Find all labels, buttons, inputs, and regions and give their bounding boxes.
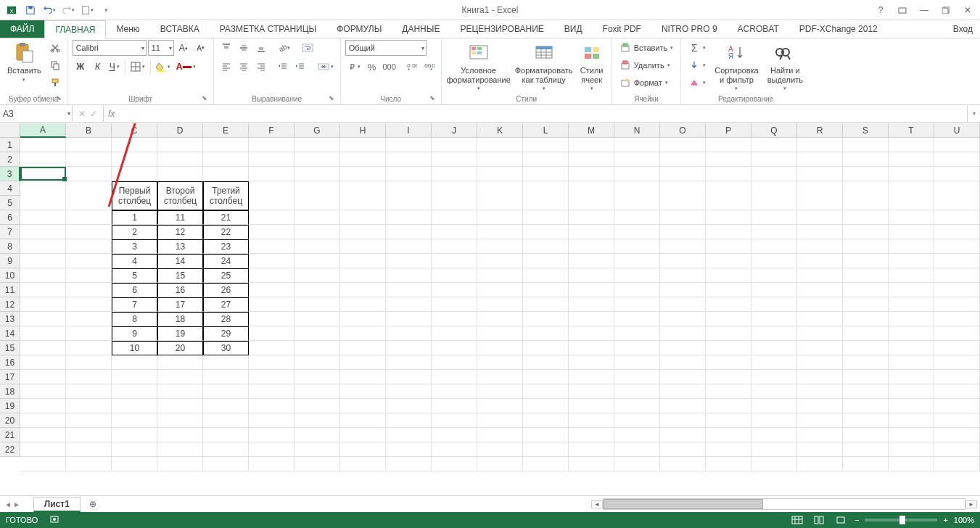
cell[interactable] bbox=[752, 181, 797, 210]
cell[interactable] bbox=[20, 399, 66, 413]
cell[interactable]: 16 bbox=[157, 283, 203, 297]
ribbon-tab-0[interactable]: ГЛАВНАЯ bbox=[44, 20, 106, 38]
cell[interactable] bbox=[386, 457, 432, 471]
col-header-L[interactable]: L bbox=[523, 123, 569, 138]
cell[interactable] bbox=[249, 312, 295, 326]
cell[interactable] bbox=[797, 138, 843, 152]
cell[interactable] bbox=[706, 428, 752, 442]
cell[interactable] bbox=[614, 428, 660, 442]
cell[interactable] bbox=[112, 355, 157, 370]
cell[interactable]: 12 bbox=[157, 225, 203, 239]
cell[interactable] bbox=[249, 268, 295, 283]
cell[interactable] bbox=[752, 413, 797, 428]
cell[interactable] bbox=[432, 413, 477, 428]
cell[interactable]: 13 bbox=[157, 239, 203, 254]
cell[interactable] bbox=[112, 384, 157, 399]
cell[interactable] bbox=[843, 457, 889, 471]
cell[interactable] bbox=[706, 283, 752, 297]
cell[interactable] bbox=[249, 442, 295, 457]
cell[interactable] bbox=[843, 384, 889, 399]
cell[interactable]: 9 bbox=[112, 326, 157, 341]
cell[interactable] bbox=[934, 341, 980, 355]
cell[interactable] bbox=[20, 341, 66, 355]
cell[interactable] bbox=[340, 297, 386, 312]
cell[interactable] bbox=[843, 138, 889, 152]
accounting-format-button[interactable]: ₽▾ bbox=[345, 59, 363, 75]
row-header-5[interactable]: 5 bbox=[0, 196, 20, 210]
merge-center-button[interactable]: ▾ bbox=[316, 59, 336, 75]
cell[interactable]: Третий столбец bbox=[203, 181, 249, 210]
cell[interactable] bbox=[706, 326, 752, 341]
cell[interactable] bbox=[295, 167, 340, 181]
add-sheet-button[interactable]: ⊕ bbox=[85, 496, 101, 512]
ribbon-tab-9[interactable]: NITRO PRO 9 bbox=[651, 20, 728, 38]
ribbon-tab-10[interactable]: ACROBAT bbox=[728, 20, 789, 38]
page-break-view-button[interactable] bbox=[833, 513, 849, 527]
row-header-22[interactable]: 22 bbox=[0, 442, 20, 457]
cell[interactable] bbox=[432, 384, 477, 399]
cell[interactable]: 30 bbox=[203, 341, 249, 355]
cell[interactable] bbox=[340, 225, 386, 239]
increase-font-button[interactable]: A▴ bbox=[176, 40, 192, 56]
cell[interactable] bbox=[660, 399, 706, 413]
cell[interactable] bbox=[112, 167, 157, 181]
cell[interactable] bbox=[112, 457, 157, 471]
column-headers[interactable]: ABCDEFGHIJKLMNOPQRSTU bbox=[20, 123, 980, 138]
cell[interactable] bbox=[66, 355, 112, 370]
macro-record-icon[interactable] bbox=[49, 514, 59, 526]
cell[interactable] bbox=[889, 399, 934, 413]
cell[interactable] bbox=[203, 457, 249, 471]
cell[interactable] bbox=[660, 254, 706, 268]
cell[interactable] bbox=[797, 297, 843, 312]
cell[interactable] bbox=[477, 254, 523, 268]
cell[interactable] bbox=[477, 326, 523, 341]
cell[interactable] bbox=[660, 442, 706, 457]
ribbon-display-button[interactable] bbox=[894, 2, 910, 18]
cell[interactable] bbox=[889, 283, 934, 297]
cell[interactable]: 15 bbox=[157, 268, 203, 283]
cell[interactable] bbox=[432, 225, 477, 239]
row-header-8[interactable]: 8 bbox=[0, 239, 20, 254]
cell[interactable] bbox=[295, 413, 340, 428]
cell[interactable] bbox=[66, 312, 112, 326]
cell[interactable]: 2 bbox=[112, 225, 157, 239]
cell[interactable] bbox=[295, 399, 340, 413]
cell[interactable] bbox=[660, 210, 706, 225]
file-tab[interactable]: ФАЙЛ bbox=[0, 20, 44, 38]
cell[interactable] bbox=[112, 413, 157, 428]
cell[interactable] bbox=[20, 225, 66, 239]
cell[interactable]: 28 bbox=[203, 312, 249, 326]
format-as-table-button[interactable]: Форматировать как таблицу▾ bbox=[514, 40, 574, 93]
cell[interactable] bbox=[432, 152, 477, 167]
cell[interactable] bbox=[66, 428, 112, 442]
format-cells-button[interactable]: Формат ▾ bbox=[617, 75, 677, 91]
cell[interactable]: 6 bbox=[112, 283, 157, 297]
cell[interactable] bbox=[797, 283, 843, 297]
cell[interactable] bbox=[614, 384, 660, 399]
cell[interactable] bbox=[295, 370, 340, 384]
sheet-tab[interactable]: Лист1 bbox=[33, 497, 81, 512]
cell[interactable] bbox=[386, 268, 432, 283]
cell[interactable] bbox=[523, 210, 569, 225]
cell[interactable] bbox=[340, 210, 386, 225]
cancel-formula-icon[interactable]: ✕ bbox=[78, 109, 86, 119]
cell[interactable] bbox=[934, 297, 980, 312]
cell[interactable] bbox=[157, 413, 203, 428]
cell[interactable] bbox=[889, 428, 934, 442]
col-header-J[interactable]: J bbox=[432, 123, 477, 138]
cell[interactable] bbox=[569, 210, 614, 225]
cell[interactable] bbox=[660, 341, 706, 355]
normal-view-button[interactable] bbox=[789, 513, 805, 527]
cell[interactable] bbox=[843, 181, 889, 210]
cell[interactable] bbox=[157, 370, 203, 384]
cell[interactable] bbox=[157, 384, 203, 399]
cell[interactable] bbox=[432, 399, 477, 413]
cell[interactable] bbox=[295, 297, 340, 312]
row-headers[interactable]: 12345678910111213141516171819202122 bbox=[0, 138, 20, 495]
cell[interactable] bbox=[340, 384, 386, 399]
cell[interactable] bbox=[295, 355, 340, 370]
cell[interactable] bbox=[934, 457, 980, 471]
cell[interactable]: 17 bbox=[157, 297, 203, 312]
row-header-1[interactable]: 1 bbox=[0, 138, 20, 152]
cell[interactable] bbox=[752, 312, 797, 326]
